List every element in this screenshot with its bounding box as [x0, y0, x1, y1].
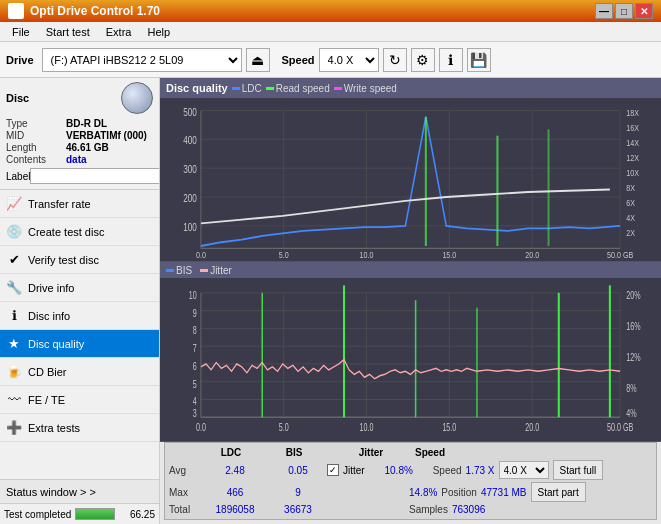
- position-label: Position: [441, 487, 477, 498]
- legend-bis: BIS: [166, 265, 192, 276]
- svg-text:8: 8: [193, 325, 197, 337]
- jitter-checkbox[interactable]: ✓: [327, 464, 339, 476]
- info-button[interactable]: ℹ: [439, 48, 463, 72]
- bottom-chart: 10 9 8 7 6 5 4 3 20% 16% 12% 8% 4% 0.0: [160, 278, 661, 442]
- disc-icon: [121, 82, 153, 114]
- sidebar-item-disc-info[interactable]: ℹ Disc info: [0, 302, 159, 330]
- label-input[interactable]: [30, 168, 160, 184]
- svg-text:15.0: 15.0: [442, 251, 456, 261]
- stats-header-ldc: LDC: [197, 447, 265, 458]
- svg-text:9: 9: [193, 307, 197, 319]
- svg-text:6: 6: [193, 361, 197, 373]
- svg-text:10: 10: [189, 289, 197, 301]
- avg-jitter: 10.8%: [369, 465, 429, 476]
- menu-help[interactable]: Help: [139, 24, 178, 40]
- legend-ldc: LDC: [232, 83, 262, 94]
- svg-text:400: 400: [183, 136, 197, 147]
- menubar: File Start test Extra Help: [0, 22, 661, 42]
- svg-text:2X: 2X: [626, 228, 635, 238]
- fe-te-icon: 〰: [6, 392, 22, 408]
- sidebar-nav: 📈 Transfer rate 💿 Create test disc ✔ Ver…: [0, 190, 159, 479]
- svg-text:6X: 6X: [626, 198, 635, 208]
- settings-button[interactable]: ⚙: [411, 48, 435, 72]
- progress-row: Test completed 66.25: [0, 504, 159, 524]
- app-title: Opti Drive Control 1.70: [30, 4, 595, 18]
- bottom-chart-header: BIS Jitter: [160, 262, 661, 278]
- svg-text:10.0: 10.0: [360, 421, 374, 433]
- svg-text:4%: 4%: [626, 408, 636, 420]
- maximize-button[interactable]: □: [615, 3, 633, 19]
- app-icon: [8, 3, 24, 19]
- length-value: 46.61 GB: [66, 142, 109, 153]
- drive-select[interactable]: (F:) ATAPI iHBS212 2 5L09: [42, 48, 242, 72]
- svg-text:18X: 18X: [626, 108, 639, 118]
- menu-start-test[interactable]: Start test: [38, 24, 98, 40]
- progress-bar-fill: [76, 509, 114, 519]
- speed-quality-select[interactable]: 4.0 X: [499, 461, 549, 479]
- extra-tests-label: Extra tests: [28, 422, 80, 434]
- label-label: Label: [6, 171, 30, 182]
- drive-info-label: Drive info: [28, 282, 74, 294]
- sidebar-item-cd-bier[interactable]: 🍺 CD Bier: [0, 358, 159, 386]
- close-button[interactable]: ✕: [635, 3, 653, 19]
- mid-value: VERBATIMf (000): [66, 130, 147, 141]
- titlebar: Opti Drive Control 1.70 — □ ✕: [0, 0, 661, 22]
- svg-text:4: 4: [193, 396, 197, 408]
- svg-text:100: 100: [183, 222, 197, 233]
- sidebar-item-disc-quality[interactable]: ★ Disc quality: [0, 330, 159, 358]
- svg-text:12%: 12%: [626, 352, 640, 364]
- total-ldc: 1896058: [201, 504, 269, 515]
- sidebar-item-verify-test-disc[interactable]: ✔ Verify test disc: [0, 246, 159, 274]
- menu-file[interactable]: File: [4, 24, 38, 40]
- cd-bier-icon: 🍺: [6, 364, 22, 380]
- sidebar-item-create-test-disc[interactable]: 💿 Create test disc: [0, 218, 159, 246]
- ldc-legend-dot: [232, 87, 240, 90]
- bottom-chart-svg: 10 9 8 7 6 5 4 3 20% 16% 12% 8% 4% 0.0: [160, 278, 661, 441]
- legend-write: Write speed: [334, 83, 397, 94]
- stats-headers: LDC BIS Jitter Speed: [169, 447, 652, 458]
- minimize-button[interactable]: —: [595, 3, 613, 19]
- sidebar-item-transfer-rate[interactable]: 📈 Transfer rate: [0, 190, 159, 218]
- position-value: 47731 MB: [481, 487, 527, 498]
- legend-read: Read speed: [266, 83, 330, 94]
- sidebar-item-drive-info[interactable]: 🔧 Drive info: [0, 274, 159, 302]
- create-disc-label: Create test disc: [28, 226, 104, 238]
- eject-button[interactable]: ⏏: [246, 48, 270, 72]
- max-bis: 9: [273, 487, 323, 498]
- svg-text:300: 300: [183, 164, 197, 175]
- sidebar-item-fe-te[interactable]: 〰 FE / TE: [0, 386, 159, 414]
- refresh-button[interactable]: ↻: [383, 48, 407, 72]
- stats-total-row: Total 1896058 36673 Samples 763096: [169, 504, 652, 515]
- bis-legend-dot: [166, 269, 174, 272]
- disc-panel: Disc Type BD-R DL MID VERBATIMf (000) Le…: [0, 78, 159, 190]
- start-full-button[interactable]: Start full: [553, 460, 604, 480]
- sidebar-item-extra-tests[interactable]: ➕ Extra tests: [0, 414, 159, 442]
- contents-value: data: [66, 154, 87, 165]
- type-label: Type: [6, 118, 66, 129]
- svg-text:7: 7: [193, 343, 197, 355]
- svg-text:10X: 10X: [626, 168, 639, 178]
- svg-text:20.0: 20.0: [525, 421, 539, 433]
- svg-rect-36: [160, 278, 661, 441]
- menu-extra[interactable]: Extra: [98, 24, 140, 40]
- verify-disc-label: Verify test disc: [28, 254, 99, 266]
- cd-bier-label: CD Bier: [28, 366, 67, 378]
- sidebar: Disc Type BD-R DL MID VERBATIMf (000) Le…: [0, 78, 160, 524]
- speed-display: 1.73 X: [466, 465, 495, 476]
- start-part-button[interactable]: Start part: [531, 482, 586, 502]
- svg-text:5.0: 5.0: [279, 421, 289, 433]
- avg-label: Avg: [169, 465, 197, 476]
- mid-label: MID: [6, 130, 66, 141]
- verify-disc-icon: ✔: [6, 252, 22, 268]
- status-window-button[interactable]: Status window > >: [0, 480, 159, 504]
- disc-quality-label: Disc quality: [28, 338, 84, 350]
- svg-text:200: 200: [183, 193, 197, 204]
- contents-label: Contents: [6, 154, 66, 165]
- speed-select[interactable]: 4.0 X: [319, 48, 379, 72]
- status-completed-text: Test completed: [4, 509, 71, 520]
- status-bar: Status window > > Test completed 66.25: [0, 479, 159, 524]
- chart-title: Disc quality: [166, 82, 228, 94]
- jitter-legend-dot: [200, 269, 208, 272]
- save-button[interactable]: 💾: [467, 48, 491, 72]
- max-jitter: 14.8%: [409, 487, 437, 498]
